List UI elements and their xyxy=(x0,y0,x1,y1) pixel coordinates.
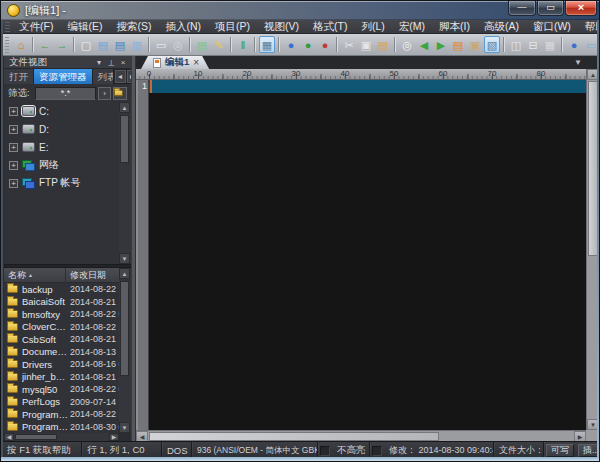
menu-item-2[interactable]: 搜索(S) xyxy=(109,20,158,33)
tab-close-icon[interactable]: × xyxy=(193,58,199,68)
menu-item-3[interactable]: 插入(N) xyxy=(158,20,208,33)
expander-icon[interactable]: + xyxy=(9,125,18,134)
expander-icon[interactable]: + xyxy=(9,143,18,152)
file-list-row[interactable]: Drivers2014-08-16 09 xyxy=(4,358,119,371)
panel-close-icon[interactable]: × xyxy=(117,57,129,68)
menu-item-1[interactable]: 编辑(E) xyxy=(60,20,109,33)
file-view-icon[interactable]: ▧ xyxy=(484,36,500,53)
column-mode-icon[interactable]: ‖ xyxy=(235,36,251,53)
expander-icon[interactable]: + xyxy=(9,179,18,188)
tree-vertical-scrollbar[interactable]: ▲▼ xyxy=(119,102,131,264)
syntax-check-icon[interactable]: ▤ xyxy=(194,36,210,53)
text-area[interactable]: 1 xyxy=(136,80,586,430)
package-icon[interactable]: ▣ xyxy=(467,36,483,53)
scroll-thumb[interactable] xyxy=(15,434,57,440)
scroll-right-icon[interactable]: ▶ xyxy=(109,433,119,441)
edit-source-icon[interactable]: ✎ xyxy=(211,36,227,53)
tree-item-3[interactable]: +网络 xyxy=(4,156,119,174)
find-prev-icon[interactable]: ◀ xyxy=(416,36,432,53)
scroll-up-icon[interactable]: ▲ xyxy=(119,102,130,113)
menu-item-10[interactable]: 高级(A) xyxy=(477,20,526,33)
list-vertical-scrollbar[interactable]: ▲▼ xyxy=(119,268,131,433)
file-list-row[interactable]: CsbSoft2014-08-21 13 xyxy=(4,333,119,346)
column-header-name[interactable]: 名称▴ xyxy=(4,268,66,282)
save-file-icon[interactable]: ▤ xyxy=(112,36,128,53)
title-bar[interactable]: [编辑1] - —▭× xyxy=(1,1,599,20)
list-horizontal-scrollbar[interactable]: ◀▶ xyxy=(4,433,119,441)
file-list-row[interactable]: backup2014-08-22 10 xyxy=(4,283,119,296)
expander-icon[interactable]: + xyxy=(9,161,18,170)
scroll-down-icon[interactable]: ▼ xyxy=(119,253,130,264)
panel-menu-icon[interactable]: ▾ xyxy=(93,57,105,68)
menu-item-8[interactable]: 宏(M) xyxy=(392,20,432,33)
status-writable-button[interactable]: 可写 xyxy=(546,444,574,457)
tree-item-4[interactable]: +FTP 帐号 xyxy=(4,174,119,192)
forward-icon[interactable]: → xyxy=(54,36,70,53)
file-list-row[interactable]: mysql502014-08-22 08 xyxy=(4,383,119,396)
editor-tab[interactable]: 编辑1 × xyxy=(141,56,209,69)
menu-item-11[interactable]: 窗口(W) xyxy=(526,20,578,33)
cut-icon[interactable]: ✂ xyxy=(341,36,357,53)
scroll-down-icon[interactable]: ▼ xyxy=(119,422,130,433)
maximize-button[interactable]: ▭ xyxy=(537,1,564,16)
tree-item-1[interactable]: +D: xyxy=(4,120,119,138)
scroll-thumb[interactable] xyxy=(149,432,439,441)
menu-item-9[interactable]: 脚本(I) xyxy=(432,20,477,33)
file-list-row[interactable]: bmsoftxy2014-08-22 08 xyxy=(4,308,119,321)
scroll-thumb[interactable] xyxy=(120,281,129,376)
status-divider-box[interactable] xyxy=(372,446,382,456)
browser-red-icon[interactable]: ● xyxy=(317,36,333,53)
tree-item-0[interactable]: +C: xyxy=(4,102,119,120)
status-divider-box[interactable] xyxy=(320,446,330,456)
find-next-icon[interactable]: ▶ xyxy=(433,36,449,53)
open-file-icon[interactable]: ▤ xyxy=(95,36,111,53)
panel-tab-1[interactable]: 资源管理器 xyxy=(34,69,93,84)
browser-view-icon[interactable]: ● xyxy=(566,36,582,53)
panel-tab-2[interactable]: 列表 xyxy=(93,69,114,84)
file-list-row[interactable]: Documents2014-08-13 14 xyxy=(4,346,119,359)
menu-item-6[interactable]: 格式(T) xyxy=(306,20,354,33)
browser-green-icon[interactable]: ● xyxy=(300,36,316,53)
filter-go-button[interactable]: › xyxy=(98,87,111,100)
tabs-scroll-left[interactable]: ◂ xyxy=(115,70,126,83)
file-list-row[interactable]: jinher_backup2014-08-21 18 xyxy=(4,371,119,384)
toolbar-grip[interactable] xyxy=(5,37,9,53)
tab-list-dropdown-icon[interactable]: ▼ xyxy=(574,56,582,69)
back-icon[interactable]: ← xyxy=(37,36,53,53)
file-list-row[interactable]: PerfLogs2009-07-14 11 xyxy=(4,396,119,409)
menu-item-7[interactable]: 列(L) xyxy=(354,20,391,33)
save-all-icon[interactable]: ▥ xyxy=(129,36,145,53)
tree-item-2[interactable]: +E: xyxy=(4,138,119,156)
file-list-row[interactable]: Program Files2014-08-22 12 xyxy=(4,408,119,421)
file-list-row[interactable]: Program File...2014-08-30 09 xyxy=(4,421,119,434)
session-icon[interactable]: ⌂ xyxy=(13,36,29,53)
split-horizontal-icon[interactable]: ◫ xyxy=(508,36,524,53)
find-icon[interactable]: ◎ xyxy=(399,36,415,53)
print-preview-icon[interactable]: ◎ xyxy=(170,36,186,53)
close-button[interactable]: × xyxy=(565,1,597,16)
new-file-icon[interactable]: ▢ xyxy=(78,36,94,53)
expander-icon[interactable]: + xyxy=(9,107,18,116)
filter-input[interactable] xyxy=(35,87,96,100)
favorites-icon[interactable]: ▤ xyxy=(450,36,466,53)
filter-folder-button[interactable] xyxy=(113,87,127,100)
scroll-thumb[interactable] xyxy=(120,115,129,163)
column-header-date[interactable]: 修改日期 xyxy=(66,268,119,282)
minimize-button[interactable]: — xyxy=(508,1,536,16)
split-vertical-icon[interactable]: ⊟ xyxy=(525,36,541,53)
scroll-up-icon[interactable]: ▲ xyxy=(119,268,130,279)
print-icon[interactable]: ▭ xyxy=(153,36,169,53)
copy-icon[interactable]: ▣ xyxy=(358,36,374,53)
show-symbols-icon[interactable]: ▦ xyxy=(259,36,275,53)
scroll-left-icon[interactable]: ◀ xyxy=(4,433,14,441)
file-list-row[interactable]: BaicaiSoft2014-08-21 16 xyxy=(4,296,119,309)
browser-blue-icon[interactable]: ● xyxy=(283,36,299,53)
menu-item-5[interactable]: 视图(V) xyxy=(257,20,306,33)
menu-item-4[interactable]: 项目(P) xyxy=(208,20,257,33)
panel-pin-icon[interactable]: ⊤ xyxy=(105,57,117,68)
menu-item-0[interactable]: 文件(F) xyxy=(12,20,60,33)
file-list-row[interactable]: CloverCRM2014-08-22 12 xyxy=(4,321,119,334)
menubar-grip[interactable] xyxy=(5,22,10,32)
window-list-icon[interactable]: ▦ xyxy=(542,36,558,53)
paste-icon[interactable]: ▤ xyxy=(375,36,391,53)
